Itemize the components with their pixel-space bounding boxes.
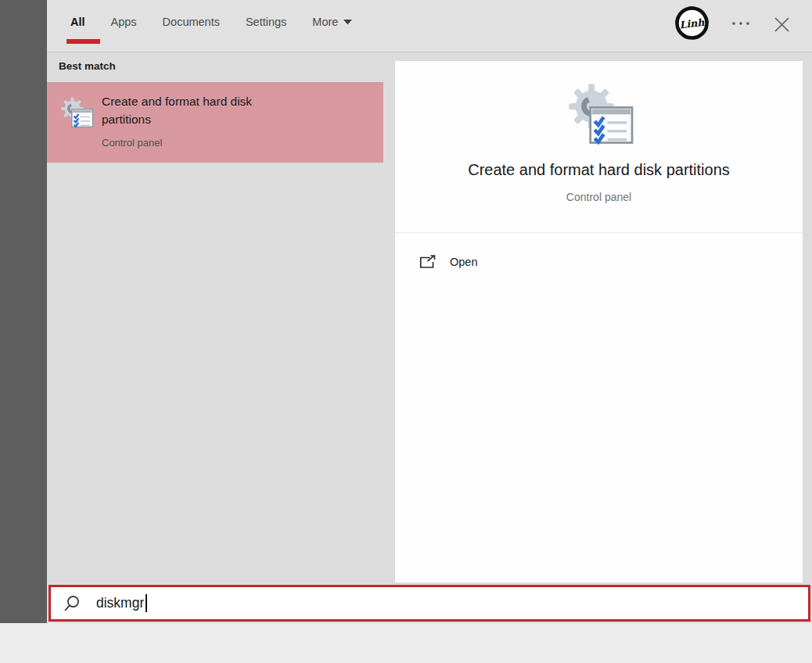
- close-icon[interactable]: [771, 14, 792, 34]
- text-cursor: [146, 594, 147, 612]
- divider: [395, 232, 803, 233]
- result-subtitle: Control panel: [102, 137, 162, 149]
- tab-documents[interactable]: Documents: [163, 16, 220, 28]
- ellipsis-icon[interactable]: [729, 17, 753, 30]
- search-filter-header: All Apps Documents Settings More Linh: [47, 0, 812, 52]
- search-result-best-match[interactable]: Create and format hard disk partitions C…: [47, 82, 383, 163]
- tab-settings[interactable]: Settings: [246, 16, 286, 28]
- filter-tabs: All Apps Documents Settings More: [70, 0, 352, 44]
- preview-panel: Create and format hard disk partitions C…: [395, 61, 803, 582]
- open-external-icon: [419, 255, 436, 270]
- preview-subtitle: Control panel: [395, 191, 803, 203]
- open-label: Open: [450, 256, 477, 268]
- preview-title: Create and format hard disk partitions: [395, 161, 803, 179]
- windows-search-panel: All Apps Documents Settings More Linh: [0, 0, 812, 663]
- tab-more[interactable]: More: [312, 16, 352, 28]
- taskbar: [0, 623, 812, 663]
- action-open[interactable]: Open: [395, 244, 803, 280]
- chevron-down-icon: [343, 20, 352, 25]
- disk-management-icon: [59, 97, 94, 129]
- result-title: Create and format hard disk partitions: [102, 92, 301, 128]
- tab-all[interactable]: All: [70, 16, 85, 28]
- active-tab-indicator: [66, 39, 100, 44]
- section-label-best-match: Best match: [59, 60, 116, 72]
- search-icon: [63, 594, 81, 613]
- disk-management-icon: [566, 83, 634, 147]
- search-query-text: diskmgr: [96, 595, 144, 611]
- desktop-edge-strip: [0, 0, 47, 623]
- tab-apps[interactable]: Apps: [111, 16, 137, 28]
- avatar[interactable]: Linh: [674, 5, 710, 41]
- search-input[interactable]: diskmgr: [49, 585, 810, 622]
